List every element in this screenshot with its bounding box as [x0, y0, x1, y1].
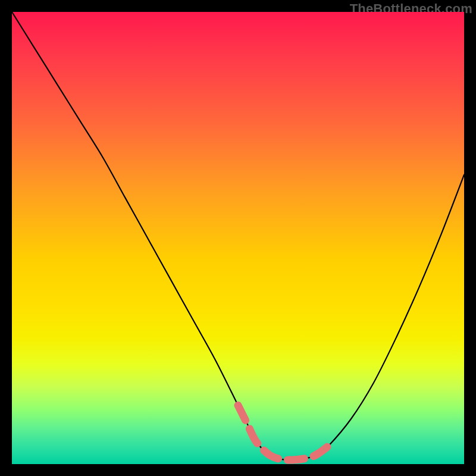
valley-highlight-band — [238, 405, 328, 460]
bottleneck-curve — [12, 12, 464, 460]
chart-plot-area — [12, 12, 464, 464]
curve-svg — [12, 12, 464, 464]
